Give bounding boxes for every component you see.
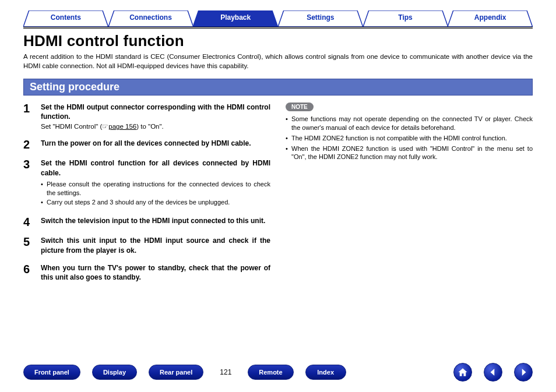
bullet-item: Please consult the operating instruction… [41, 180, 270, 197]
hand-icon: ☞ [102, 123, 108, 130]
step-1: 1Set the HDMI output connector correspon… [23, 103, 270, 130]
back-icon[interactable] [484, 363, 502, 382]
footer-front-panel-button[interactable]: Front panel [23, 365, 80, 380]
page-title: HDMI control function [23, 32, 533, 50]
step-body: Switch this unit input to the HDMI input… [41, 236, 270, 255]
step-2: 2Turn the power on for all the devices c… [23, 139, 270, 150]
note-item: Some functions may not operate depending… [286, 115, 533, 132]
tab-connections[interactable]: Connections [108, 10, 193, 27]
step-number: 1 [23, 103, 35, 130]
home-icon[interactable] [453, 363, 472, 382]
step-4: 4Switch the television input to the HDMI… [23, 216, 270, 228]
step-number: 5 [23, 236, 35, 255]
tab-settings[interactable]: Settings [278, 10, 363, 27]
step-6: 6When you turn the TV's power to standby… [23, 263, 270, 282]
bullet-item: Carry out steps 2 and 3 should any of th… [41, 198, 270, 207]
step-body: Set the HDMI control function for all de… [41, 158, 270, 208]
tab-appendix[interactable]: Appendix [448, 10, 533, 27]
page-number: 121 [215, 368, 236, 376]
step-number: 4 [23, 216, 35, 228]
step-number: 2 [23, 139, 35, 150]
footer-remote-button[interactable]: Remote [248, 365, 293, 380]
step-number: 6 [23, 263, 35, 282]
section-heading: Setting procedure [23, 79, 533, 96]
step-5: 5Switch this unit input to the HDMI inpu… [23, 236, 270, 255]
step-heading: When you turn the TV's power to standby,… [41, 263, 270, 282]
footer-bar: Front panelDisplayRear panel121RemoteInd… [0, 363, 556, 382]
step-subtext: Set "HDMI Control" (☞page 156) to "On". [41, 122, 270, 130]
notes-column: NOTE Some functions may not operate depe… [286, 103, 533, 290]
footer-display-button[interactable]: Display [92, 365, 137, 380]
footer-rear-panel-button[interactable]: Rear panel [149, 365, 203, 380]
step-body: Turn the power on for all the devices co… [41, 139, 270, 150]
step-heading: Turn the power on for all the devices co… [41, 139, 270, 148]
step-heading: Set the HDMI control function for all de… [41, 158, 270, 177]
step-heading: Switch the television input to the HDMI … [41, 216, 270, 225]
forward-icon[interactable] [514, 363, 533, 382]
tab-playback[interactable]: Playback [193, 10, 278, 27]
steps-column: 1Set the HDMI output connector correspon… [23, 103, 270, 290]
intro-text: A recent addition to the HDMI standard i… [23, 52, 533, 70]
step-bullets: Please consult the operating instruction… [41, 180, 270, 207]
step-body: Switch the television input to the HDMI … [41, 216, 270, 228]
top-tab-row: Contents Connections Playback Settings T… [23, 10, 533, 27]
note-item: When the HDMI ZONE2 function is used wit… [286, 144, 533, 162]
tab-tips[interactable]: Tips [363, 10, 448, 27]
step-heading: Switch this unit input to the HDMI input… [41, 236, 270, 255]
footer-index-button[interactable]: Index [305, 365, 346, 380]
step-heading: Set the HDMI output connector correspond… [41, 103, 270, 121]
step-body: Set the HDMI output connector correspond… [41, 103, 270, 130]
note-badge: NOTE [286, 103, 314, 111]
rule-2 [23, 28, 533, 29]
page-link[interactable]: page 156 [108, 123, 136, 130]
step-body: When you turn the TV's power to standby,… [41, 263, 270, 282]
step-3: 3Set the HDMI control function for all d… [23, 158, 270, 208]
tab-contents[interactable]: Contents [23, 10, 108, 27]
note-item: The HDMI ZONE2 function is not compatibl… [286, 134, 533, 143]
step-number: 3 [23, 158, 35, 208]
